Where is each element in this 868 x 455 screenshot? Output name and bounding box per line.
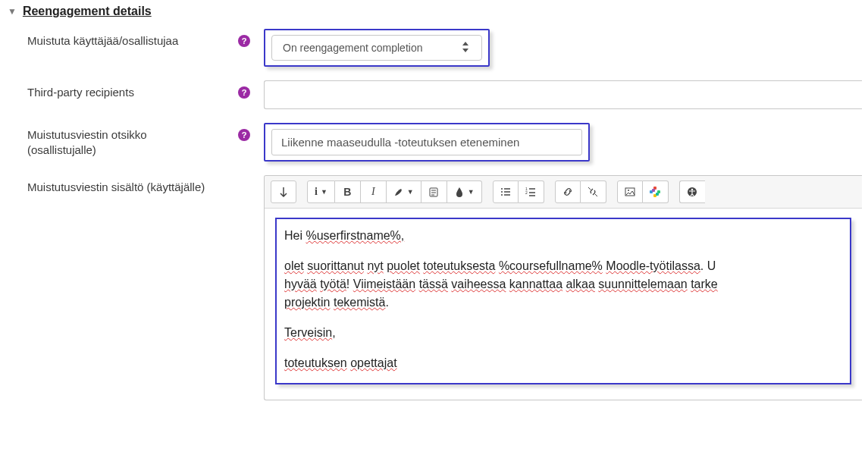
text: kannattaa — [509, 278, 562, 290]
text: projektin — [284, 296, 330, 309]
svg-point-5 — [501, 191, 503, 193]
toolbar-ol-button[interactable]: 12 — [519, 180, 544, 203]
text: nyt — [367, 259, 383, 272]
text: , — [332, 326, 335, 339]
text: ! — [346, 278, 349, 290]
caret-down-icon: ▼ — [407, 188, 414, 196]
toolbar-unlink-button[interactable] — [581, 180, 606, 203]
toolbar-clipboard-button[interactable] — [421, 180, 447, 203]
text: suorittanut — [307, 259, 364, 272]
svg-text:2: 2 — [525, 190, 528, 195]
text: Terveisin — [284, 326, 332, 339]
label-subject-line1: Muistutusviestin otsikko — [27, 128, 147, 141]
editor-content-highlight: Hei %userfirstname%, olet suorittanut ny… — [275, 218, 851, 384]
svg-point-20 — [691, 189, 694, 191]
toolbar-ul-button[interactable] — [493, 180, 519, 203]
toolbar-bold-button[interactable]: B — [335, 180, 361, 203]
text: alkaa — [566, 278, 595, 290]
text: tässä — [419, 278, 448, 290]
sort-icon — [460, 42, 471, 54]
label-col: Third-party recipients ? — [6, 80, 264, 100]
editor-body[interactable]: Hei %userfirstname%, olet suorittanut ny… — [265, 209, 862, 400]
text: Viimeistään — [353, 278, 415, 290]
text: %coursefullname% — [499, 259, 603, 272]
toolbar-link-button[interactable] — [555, 180, 581, 203]
remind-select-value: On reengagement completion — [283, 42, 422, 54]
toolbar-brush-button[interactable]: ▼ — [387, 180, 421, 203]
label-thirdparty: Third-party recipients — [27, 85, 134, 100]
text: toteutuksen — [284, 356, 347, 369]
highlight-remind-select: On reengagement completion — [264, 29, 490, 67]
text: työtä — [320, 278, 346, 290]
help-icon[interactable]: ? — [238, 35, 250, 47]
thirdparty-input[interactable] — [264, 80, 862, 109]
rich-text-editor: i ▼ B I ▼ ▼ — [264, 175, 862, 400]
row-subject: Muistutusviestin otsikko (osallistujalle… — [6, 123, 862, 162]
paragraph-label: i — [315, 186, 318, 198]
svg-point-18 — [628, 190, 629, 191]
caret-down-icon: ▼ — [468, 188, 475, 196]
row-remind: Muistuta käyttäjää/osallistujaa ? On ree… — [6, 29, 862, 67]
toolbar-italic-button[interactable]: I — [361, 180, 387, 203]
remind-select[interactable]: On reengagement completion — [271, 35, 482, 61]
svg-line-16 — [595, 194, 597, 196]
text: Moodle-työtilassa — [606, 259, 700, 272]
svg-line-15 — [588, 187, 591, 190]
chevron-down-icon: ▼ — [8, 6, 17, 17]
label-remind: Muistuta käyttäjää/osallistujaa — [27, 33, 178, 49]
text: hyvää — [284, 278, 317, 290]
editor-toolbar: i ▼ B I ▼ ▼ — [265, 176, 862, 209]
toolbar-drop-button[interactable]: ▼ — [447, 180, 482, 203]
help-icon[interactable]: ? — [238, 129, 250, 141]
label-col: Muistutusviestin sisältö (käyttäjälle) — [6, 175, 264, 195]
text: %userfirstname%, — [306, 229, 404, 242]
help-icon[interactable]: ? — [238, 86, 250, 99]
toolbar-accessibility-button[interactable] — [679, 180, 705, 203]
label-subject: Muistutusviestin otsikko (osallistujalle… — [27, 127, 147, 157]
toolbar-expand-button[interactable] — [271, 180, 296, 203]
text: tekemistä — [334, 296, 385, 309]
caret-down-icon: ▼ — [321, 188, 327, 196]
label-content: Muistutusviestin sisältö (käyttäjälle) — [27, 180, 205, 195]
row-thirdparty: Third-party recipients ? — [6, 80, 862, 109]
label-col: Muistutusviestin otsikko (osallistujalle… — [6, 123, 264, 157]
row-content: Muistutusviestin sisältö (käyttäjälle) i… — [6, 175, 862, 400]
color-burst-icon — [650, 187, 660, 197]
label-col: Muistuta käyttäjää/osallistujaa ? — [6, 29, 264, 49]
highlight-subject — [264, 123, 590, 162]
text: puolet — [387, 259, 420, 272]
text: . U — [700, 259, 716, 272]
section-title: Reengagement details — [23, 5, 152, 18]
text: vaiheessa — [451, 278, 506, 290]
text: tarke — [691, 278, 718, 290]
svg-point-6 — [501, 194, 503, 196]
text: toteutuksesta — [423, 259, 495, 272]
text: Hei — [284, 229, 306, 242]
toolbar-image-button[interactable] — [617, 180, 643, 203]
toolbar-colorburst-button[interactable] — [643, 180, 669, 203]
svg-point-4 — [501, 188, 503, 190]
label-subject-line2: (osallistujalle) — [27, 143, 96, 156]
text: opettajat — [350, 356, 396, 369]
subject-input[interactable] — [271, 129, 582, 155]
text: . — [385, 296, 388, 309]
section-header[interactable]: ▼ Reengagement details — [6, 5, 862, 18]
toolbar-paragraph-button[interactable]: i ▼ — [307, 180, 335, 203]
text: suunnittelemaan — [598, 278, 687, 290]
text: olet — [284, 259, 304, 272]
